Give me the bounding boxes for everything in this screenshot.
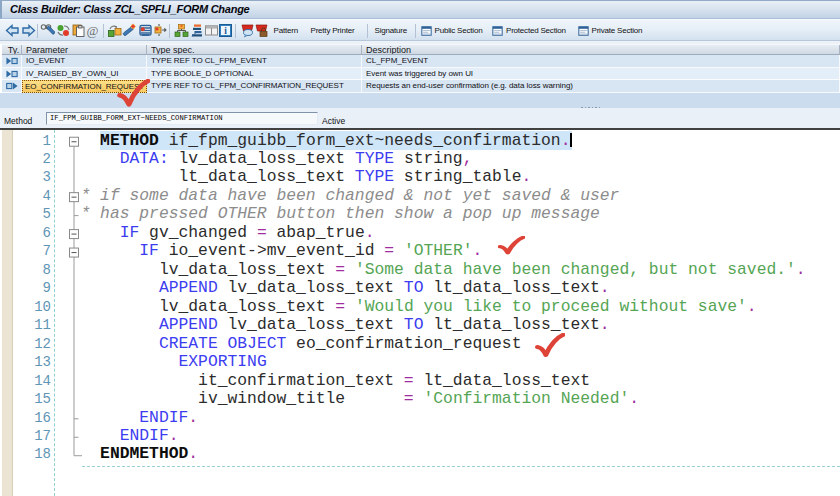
code-token: lv_data_loss_text [81, 297, 336, 316]
code-token [345, 297, 355, 316]
code-token [81, 149, 120, 168]
display-change-icon[interactable] [40, 23, 55, 38]
title-bar: Class Builder: Class ZCL_SPFLI_FORM Chan… [0, 0, 840, 19]
code-line[interactable]: DATA: lv_data_loss_text TYPE string, [0, 150, 840, 168]
pattern-wand-icon[interactable] [122, 23, 137, 38]
parameter-name-cell[interactable]: EO_CONFIRMATION_REQUEST [22, 80, 147, 93]
copy-icon[interactable] [71, 23, 86, 38]
where-used-icon[interactable] [152, 23, 167, 38]
method-name-input[interactable]: IF_FPM_GUIBB_FORM_EXT~NEEDS_CONFIRMATION [46, 112, 318, 125]
type-spec-cell[interactable]: TYPE BOOLE_D OPTIONAL [147, 68, 362, 81]
description-cell[interactable]: Event was triggered by own UI [362, 68, 840, 81]
code-line[interactable]: EXPORTING [0, 353, 840, 371]
pretty-printer-button[interactable]: Pretty Printer [311, 23, 355, 38]
code-token: . [521, 167, 531, 186]
description-cell[interactable]: Requests an end-user confirmation (e.g. … [362, 80, 840, 93]
code-token: * has pressed OTHER button then show a p… [81, 204, 600, 223]
refresh-icon[interactable] [56, 23, 71, 38]
toolbar-separator [367, 24, 368, 38]
code-line[interactable]: * has pressed OTHER button then show a p… [0, 205, 840, 223]
svg-text:i: i [224, 26, 227, 36]
code-token: 'Some data have been changed, but not sa… [355, 260, 796, 279]
code-line[interactable]: APPEND lv_data_loss_text TO lt_data_loss… [0, 316, 840, 334]
code-token: lv_data_loss_text [218, 315, 404, 334]
table-row[interactable]: IO_EVENTTYPE REF TO CL_FPM_EVENTCL_FPM_E… [2, 55, 840, 68]
code-line[interactable]: ENDMETHOD. [0, 445, 840, 463]
code-line[interactable]: CREATE OBJECT eo_confirmation_request [0, 335, 840, 353]
toolbar: @iPatternPretty PrinterSignaturePublic S… [0, 19, 840, 41]
type-spec-cell[interactable]: TYPE REF TO CL_FPM_CONFIRMATION_REQUEST [147, 80, 362, 93]
protected-section-button[interactable]: Protected Section [492, 23, 566, 38]
test-icon[interactable] [107, 23, 122, 38]
parameter-name-cell[interactable]: IV_RAISED_BY_OWN_UI [22, 68, 147, 81]
toolbar-separator [37, 24, 38, 38]
code-line[interactable]: ENDIF. [0, 427, 840, 445]
section-icon [492, 25, 503, 37]
toolbar-separator [103, 24, 104, 38]
code-token: TO [404, 315, 424, 334]
code-line[interactable]: IF io_event->mv_event_id = 'OTHER'. [0, 242, 840, 260]
code-line[interactable]: METHOD if_fpm_guibb_form_ext~needs_confi… [0, 132, 840, 150]
code-token: = [335, 297, 345, 316]
column-header-type-spec[interactable]: Type spec. [147, 45, 362, 54]
code-line[interactable]: * if some data have been changed & not y… [0, 187, 840, 205]
text-cursor [570, 133, 572, 147]
toolbar-button-label: Protected Section [506, 23, 566, 38]
code-token: 'Confirmation Needed' [423, 389, 629, 408]
code-line[interactable]: ENDIF. [0, 409, 840, 427]
code-line[interactable]: IF gv_changed = abap_true. [0, 224, 840, 242]
code-token: APPEND [159, 315, 218, 334]
code-token: ENDIF [120, 426, 169, 445]
code-token: lv_data_loss_text [81, 260, 336, 279]
code-line[interactable]: lv_data_loss_text = 'Some data have been… [0, 261, 840, 279]
parameter-name-cell[interactable]: IO_EVENT [22, 55, 147, 68]
code-line[interactable]: APPEND lv_data_loss_text TO lt_data_loss… [0, 279, 840, 297]
code-token: if_fpm_guibb_form_ext~needs_confirmation [159, 131, 561, 150]
signature-button[interactable]: Signature [375, 23, 407, 38]
navigation-stack-icon[interactable] [190, 23, 205, 38]
table-row[interactable]: EO_CONFIRMATION_REQUESTTYPE REF TO CL_FP… [2, 80, 840, 93]
type-spec-cell[interactable]: TYPE REF TO CL_FPM_EVENT [147, 55, 362, 68]
code-token: METHOD [100, 131, 159, 150]
code-token: APPEND [159, 278, 218, 297]
code-line[interactable]: lt_data_loss_text TYPE string_table. [0, 168, 840, 186]
code-line[interactable]: it_confirmation_text = lt_data_loss_text [0, 372, 840, 390]
code-token [81, 315, 159, 334]
code-token: DATA: [120, 149, 169, 168]
exporting-parameter-icon [2, 80, 22, 93]
code-editor[interactable]: 123456789101112131415161718 METHOD if_fp… [0, 130, 840, 496]
toolbar-button-label: Public Section [435, 23, 483, 38]
private-section-button[interactable]: Private Section [578, 23, 643, 38]
section-icon [421, 25, 432, 37]
code-token [81, 334, 159, 353]
code-token: . [561, 131, 571, 150]
object-list-icon[interactable] [174, 23, 189, 38]
public-section-button[interactable]: Public Section [421, 23, 483, 38]
code-token: iv_window_title [81, 389, 404, 408]
toolbar-button-label: Pretty Printer [311, 23, 355, 38]
code-line[interactable]: iv_window_title = 'Confirmation Needed'. [0, 390, 840, 408]
method-status: Active [322, 116, 345, 126]
code-token: it_confirmation_text [81, 371, 404, 390]
column-header-ty[interactable]: Ty. [2, 45, 22, 54]
code-token: . [473, 241, 483, 260]
description-cell[interactable]: CL_FPM_EVENT [362, 55, 840, 68]
code-token [414, 389, 424, 408]
code-token: . [796, 260, 806, 279]
table-row[interactable]: IV_RAISED_BY_OWN_UITYPE BOOLE_D OPTIONAL… [2, 68, 840, 81]
info-icon[interactable]: i [218, 23, 233, 38]
forward-arrow-icon[interactable] [21, 23, 36, 38]
code-token [81, 408, 140, 427]
at-spiral-icon[interactable]: @ [85, 23, 100, 38]
back-arrow-icon[interactable] [5, 23, 20, 38]
syntax-check-icon[interactable] [138, 23, 153, 38]
column-header-description[interactable]: Description [362, 45, 840, 54]
column-header-parameter[interactable]: Parameter [22, 45, 147, 54]
pattern-button[interactable]: Pattern [274, 23, 298, 38]
code-line[interactable]: lv_data_loss_text = 'Would you like to p… [0, 298, 840, 316]
code-token: string_table [394, 167, 521, 186]
message-lock-icon[interactable] [254, 23, 269, 38]
code-token: lv_data_loss_text [169, 149, 355, 168]
code-token: abap_true [267, 223, 365, 242]
code-token: . [600, 315, 610, 334]
